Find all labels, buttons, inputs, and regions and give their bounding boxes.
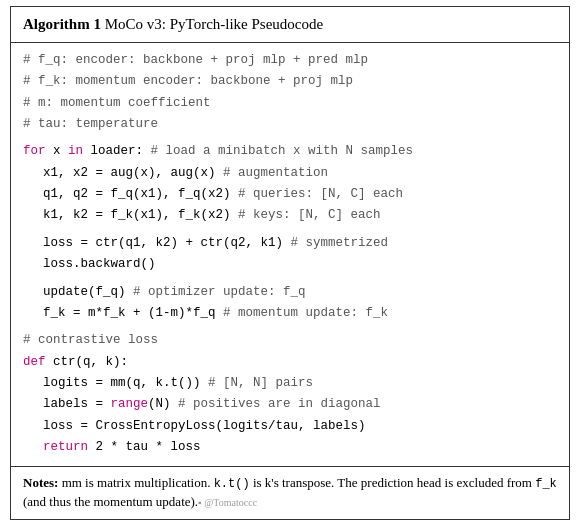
watermark: ▪ @Tomatoccc [198,497,257,508]
k-line: k1, k2 = f_k(x1), f_k(x2) # keys: [N, C]… [23,206,557,225]
title-bar: Algorithm 1 MoCo v3: PyTorch-like Pseudo… [11,7,569,43]
for-loop-line: for x in loader: # load a minibatch x wi… [23,142,557,161]
in-keyword: in [68,144,83,158]
contrastive-comment: # contrastive loss [23,331,557,350]
loss-line: loss = ctr(q1, k2) + ctr(q2, k1) # symme… [23,234,557,253]
labels-line: labels = range(N) # positives are in dia… [23,395,557,414]
notes-text-3: (and thus the momentum update). [23,494,198,509]
backward-line: loss.backward() [23,255,557,274]
comment-line-3: # m: momentum coefficient [23,94,557,113]
notes-code-2: f_k [535,477,557,491]
logits-line: logits = mm(q, k.t()) # [N, N] pairs [23,374,557,393]
notes-code-1: k.t() [214,477,250,491]
algorithm-title: MoCo v3: PyTorch-like Pseudocode [101,16,323,32]
def-ctr-line: def ctr(q, k): [23,353,557,372]
momentum-update-line: f_k = m*f_k + (1-m)*f_q # momentum updat… [23,304,557,323]
for-keyword: for [23,144,46,158]
comment-line-2: # f_k: momentum encoder: backbone + proj… [23,72,557,91]
comment-line-1: # f_q: encoder: backbone + proj mlp + pr… [23,51,557,70]
loss-crossentropy-line: loss = CrossEntropyLoss(logits/tau, labe… [23,417,557,436]
comment-line-4: # tau: temperature [23,115,557,134]
return-line: return 2 * tau * loss [23,438,557,457]
notes-text-2: is k's transpose. The prediction head is… [250,475,536,490]
algorithm-box: Algorithm 1 MoCo v3: PyTorch-like Pseudo… [10,6,570,519]
notes-section: Notes: mm is matrix multiplication. k.t(… [11,466,569,519]
code-section: # f_q: encoder: backbone + proj mlp + pr… [11,43,569,466]
def-keyword: def [23,355,46,369]
update-fq-line: update(f_q) # optimizer update: f_q [23,283,557,302]
range-keyword: range [111,397,149,411]
return-keyword: return [43,440,88,454]
algorithm-label: Algorithm 1 [23,16,101,32]
q-line: q1, q2 = f_q(x1), f_q(x2) # queries: [N,… [23,185,557,204]
notes-label: Notes: [23,475,58,490]
aug-line: x1, x2 = aug(x), aug(x) # augmentation [23,164,557,183]
notes-text-1: mm is matrix multiplication. [58,475,213,490]
